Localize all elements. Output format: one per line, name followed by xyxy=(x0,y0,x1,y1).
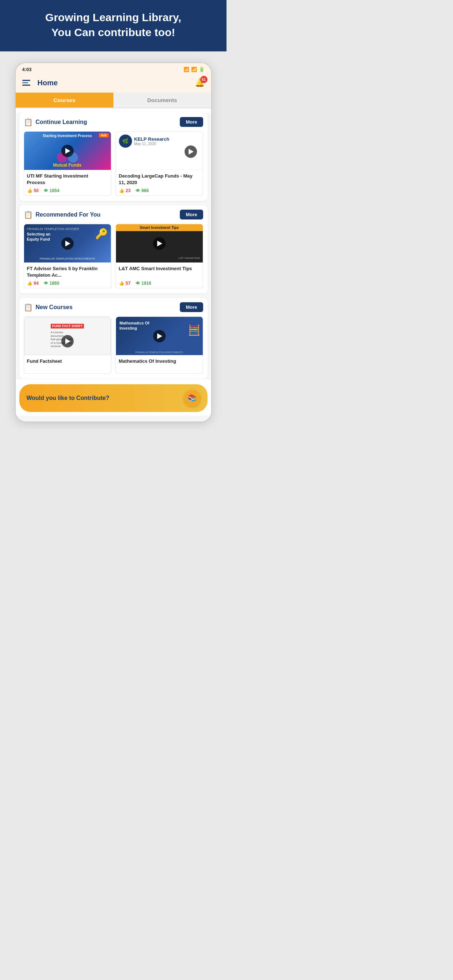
section-title-rec: Recommended For You xyxy=(36,212,100,218)
like-count-lt: 57 xyxy=(126,281,131,286)
card-body-uti: UTI MF Starting Investment Process 👍 50 … xyxy=(24,170,111,196)
menu-button[interactable] xyxy=(22,80,30,86)
cards-row-continue: 4uti Starting Investment Process Mutual … xyxy=(24,131,203,196)
more-button-continue[interactable]: More xyxy=(180,117,203,127)
stat-like-lt: 👍 57 xyxy=(119,281,131,286)
view-icon-lt: 👁 xyxy=(136,281,140,286)
battery-icon: 🔋 xyxy=(199,67,205,72)
notification-badge: 51 xyxy=(200,76,207,83)
card-uti[interactable]: 4uti Starting Investment Process Mutual … xyxy=(24,131,111,196)
card-lt[interactable]: Smart Investment Tips L&T mutual fund L&… xyxy=(116,224,203,288)
like-count-ft: 94 xyxy=(34,281,39,286)
like-icon-uti: 👍 xyxy=(27,188,32,193)
home-title: Home xyxy=(38,79,58,87)
like-icon-lt: 👍 xyxy=(119,281,124,286)
section-title-new: New Courses xyxy=(36,304,73,310)
uti-subtitle: Starting Investment Process xyxy=(24,134,111,138)
kelp-header: 🌿 KELP Research May 11, 2020 xyxy=(119,135,200,148)
card-fund-fact[interactable]: FUND FACT SHEET A concisedocumentthat gi… xyxy=(24,317,111,374)
contribute-button[interactable]: Would you like to Contribute? 📚 xyxy=(19,384,207,412)
stat-view-uti: 👁 1854 xyxy=(44,188,59,193)
notification-bell[interactable]: 🔔 51 xyxy=(195,78,205,88)
play-button-lt[interactable] xyxy=(153,237,166,250)
card-stats-ft: 👍 94 👁 1860 xyxy=(27,281,108,286)
ft-bottom: FRANKLIN TEMPLETON INVESTMENTS xyxy=(24,257,111,260)
content-area: 📋 Continue Learning More 4uti Starting I… xyxy=(16,113,211,422)
more-button-recommended[interactable]: More xyxy=(180,210,203,220)
header-title: Growing Learning Library, You Can contri… xyxy=(14,10,212,40)
stat-view-ft: 👁 1860 xyxy=(44,281,59,286)
card-math[interactable]: Mathematics OfInvesting 🧮 FRANKLIN TEMPL… xyxy=(116,317,203,374)
like-count-kelp: 23 xyxy=(126,188,131,193)
ft-title: Selecting anEquity Fund xyxy=(27,232,51,242)
stat-like-ft: 👍 94 xyxy=(27,281,39,286)
thumbnail-kelp: 🌿 KELP Research May 11, 2020 xyxy=(116,132,203,170)
card-body-ft: FT Advisor Series 5 by Franklin Templeto… xyxy=(24,262,111,288)
contribute-icon: 📚 xyxy=(184,390,200,406)
section-icon-rec: 📋 xyxy=(24,210,33,219)
thumbnail-uti: 4uti Starting Investment Process Mutual … xyxy=(24,132,111,170)
tabs-bar: Courses Documents xyxy=(16,92,211,108)
section-header-recommended: 📋 Recommended For You More xyxy=(24,210,203,220)
section-icon-continue: 📋 xyxy=(24,118,33,127)
kelp-info: KELP Research May 11, 2020 xyxy=(134,136,170,146)
wifi-icon: 📶 xyxy=(183,67,189,72)
tab-courses[interactable]: Courses xyxy=(16,92,113,108)
view-count-lt: 1916 xyxy=(142,281,152,286)
lt-bottom-text: L&T mutual fund xyxy=(179,256,200,259)
status-icons: 📶 📶 🔋 xyxy=(183,67,205,72)
section-title-group: 📋 Continue Learning xyxy=(24,118,87,127)
status-bar: 4:03 📶 📶 🔋 xyxy=(16,63,211,75)
abacus-icon: 🧮 xyxy=(188,324,201,336)
stat-view-kelp: 👁 966 xyxy=(136,188,149,193)
contribute-bar: Would you like to Contribute? 📚 xyxy=(16,379,211,415)
thumbnail-fund: FUND FACT SHEET A concisedocumentthat gi… xyxy=(24,317,111,355)
like-count-uti: 50 xyxy=(34,188,39,193)
kelp-logo: 🌿 xyxy=(119,135,132,148)
outer-bottom xyxy=(0,430,226,441)
stat-like-uti: 👍 50 xyxy=(27,188,39,193)
contribute-label: Would you like to Contribute? xyxy=(27,395,109,401)
play-button-fund[interactable] xyxy=(61,335,74,347)
card-stats-lt: 👍 57 👁 1916 xyxy=(119,281,200,286)
ft-label: FRANKLIN TEMPLETON ADVISER xyxy=(27,227,79,231)
kelp-date: May 11, 2020 xyxy=(134,142,170,146)
kelp-name: KELP Research xyxy=(134,136,170,142)
view-icon-kelp: 👁 xyxy=(136,188,140,193)
card-title-ft: FT Advisor Series 5 by Franklin Templeto… xyxy=(27,266,108,278)
card-body-fund: Fund Factsheet xyxy=(24,355,111,373)
play-button-uti[interactable] xyxy=(61,145,74,157)
card-stats-kelp: 👍 23 👁 966 xyxy=(119,188,200,193)
view-icon-ft: 👁 xyxy=(44,281,48,286)
math-title: Mathematics OfInvesting xyxy=(120,320,150,331)
ft-keys-icon: 🔑 xyxy=(95,228,108,240)
play-button-kelp[interactable] xyxy=(185,145,197,158)
section-title-group-rec: 📋 Recommended For You xyxy=(24,210,100,219)
view-count-kelp: 966 xyxy=(142,188,149,193)
card-kelp[interactable]: 🌿 KELP Research May 11, 2020 Decoding La… xyxy=(116,131,203,196)
more-button-new[interactable]: More xyxy=(180,302,203,312)
card-body-math: Mathematics Of Investing xyxy=(116,355,203,373)
play-button-math[interactable] xyxy=(153,330,166,342)
thumbnail-ft: FRANKLIN TEMPLETON ADVISER Selecting anE… xyxy=(24,224,111,262)
thumbnail-math: Mathematics OfInvesting 🧮 FRANKLIN TEMPL… xyxy=(116,317,203,355)
card-title-math: Mathematics Of Investing xyxy=(119,358,200,371)
lt-banner: Smart Investment Tips xyxy=(116,224,203,231)
section-header-new: 📋 New Courses More xyxy=(24,302,203,312)
section-continue-learning: 📋 Continue Learning More 4uti Starting I… xyxy=(19,113,207,201)
card-body-lt: L&T AMC Smart Investment Tips 👍 57 👁 191… xyxy=(116,262,203,288)
header-banner: Growing Learning Library, You Can contri… xyxy=(0,0,226,51)
card-ft[interactable]: FRANKLIN TEMPLETON ADVISER Selecting anE… xyxy=(24,224,111,288)
signal-icon: 📶 xyxy=(191,67,197,72)
tab-documents[interactable]: Documents xyxy=(113,92,211,108)
header-left: Home xyxy=(22,79,58,87)
section-icon-new: 📋 xyxy=(24,303,33,312)
stat-view-lt: 👁 1916 xyxy=(136,281,152,286)
math-bottom: FRANKLIN TEMPLETON INVESTMENTS xyxy=(116,351,203,354)
cards-row-recommended: FRANKLIN TEMPLETON ADVISER Selecting anE… xyxy=(24,224,203,288)
view-count-uti: 1854 xyxy=(49,188,59,193)
card-title-kelp: Decoding LargeCap Funds - May 11, 2020 xyxy=(119,173,200,186)
cards-row-new: FUND FACT SHEET A concisedocumentthat gi… xyxy=(24,317,203,374)
play-button-ft[interactable] xyxy=(61,237,74,250)
stat-like-kelp: 👍 23 xyxy=(119,188,131,193)
